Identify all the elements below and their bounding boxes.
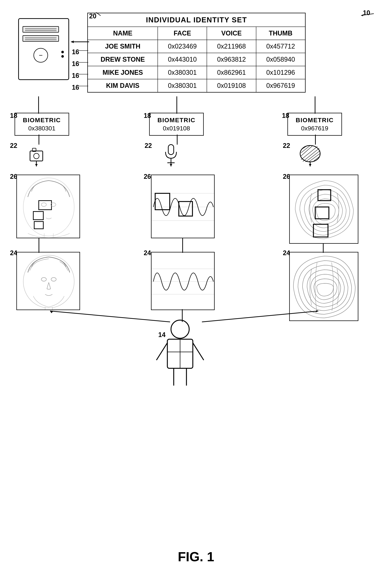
diagram: 10 12 − 20 bbox=[0, 0, 392, 586]
row1-face: 0x023469 bbox=[158, 40, 207, 53]
row3-thumb: 0x101296 bbox=[256, 66, 306, 79]
person-figure-svg bbox=[149, 318, 211, 395]
table-row: KIM DAVIS 0x380301 0x019108 0x967619 bbox=[88, 79, 306, 92]
col-header-name: NAME bbox=[88, 27, 158, 40]
arrow-face-feature-to-raw bbox=[38, 238, 39, 254]
svg-rect-16 bbox=[30, 151, 43, 161]
arrow-person-to-thumb bbox=[200, 309, 320, 324]
row4-name: KIM DAVIS bbox=[88, 79, 158, 92]
figure-label: FIG. 1 bbox=[0, 549, 392, 564]
arrow-face-bio-to-sensor bbox=[38, 135, 39, 145]
col-header-voice: VOICE bbox=[207, 27, 256, 40]
ref-10-arrow bbox=[359, 10, 378, 17]
face-raw-box bbox=[16, 252, 80, 310]
drive-1 bbox=[22, 26, 59, 32]
thumbprint-sensor-icon bbox=[298, 144, 322, 167]
voice-raw-box bbox=[151, 252, 215, 310]
ref-26-voice: 26 bbox=[144, 173, 151, 180]
col-header-thumb: THUMB bbox=[256, 27, 306, 40]
ref-18-2: 18 bbox=[144, 112, 151, 119]
biometric-thumb-title: BIOMETRIC bbox=[291, 117, 338, 124]
table-row: MIKE JONES 0x380301 0x862961 0x101296 bbox=[88, 66, 306, 79]
table-row: DREW STONE 0x443010 0x963812 0x058940 bbox=[88, 53, 306, 66]
row1-name: JOE SMITH bbox=[88, 40, 158, 53]
svg-point-49 bbox=[41, 203, 46, 206]
svg-line-81 bbox=[50, 311, 170, 322]
biometric-face-value: 0x380301 bbox=[18, 125, 65, 132]
row2-voice: 0x963812 bbox=[207, 53, 256, 66]
col-header-face: FACE bbox=[158, 27, 207, 40]
svg-marker-4 bbox=[71, 40, 74, 43]
thumb-feature-box bbox=[289, 175, 358, 244]
row2-name: DREW STONE bbox=[88, 53, 158, 66]
arrow-voice-bio-to-sensor bbox=[177, 135, 178, 145]
microphone-sensor-icon bbox=[164, 144, 178, 167]
svg-rect-54 bbox=[155, 193, 170, 210]
computer-dots bbox=[61, 51, 64, 58]
svg-marker-25 bbox=[170, 164, 172, 166]
arrow-table-to-voice-bio bbox=[176, 96, 177, 115]
biometric-voice-title: BIOMETRIC bbox=[153, 117, 200, 124]
ref-24-voice: 24 bbox=[144, 249, 151, 257]
ref-18-3: 18 bbox=[282, 112, 289, 119]
ref-22-voice: 22 bbox=[144, 142, 152, 149]
row3-name: MIKE JONES bbox=[88, 66, 158, 79]
biometric-face-box: BIOMETRIC 0x380301 bbox=[14, 113, 69, 136]
table-row: JOE SMITH 0x023469 0x211968 0x457712 bbox=[88, 40, 306, 53]
svg-line-79 bbox=[193, 343, 204, 360]
svg-point-73 bbox=[171, 320, 189, 338]
biometric-voice-box: BIOMETRIC 0x019108 bbox=[149, 113, 204, 136]
voice-feature-box bbox=[151, 175, 215, 238]
row2-thumb: 0x058940 bbox=[256, 53, 306, 66]
row-lines bbox=[78, 47, 89, 98]
svg-marker-82 bbox=[50, 311, 53, 313]
identity-table: INDIVIDUAL IDENTITY SET NAME FACE VOICE … bbox=[87, 13, 306, 92]
thumb-feature-svg bbox=[290, 175, 358, 244]
row3-voice: 0x862961 bbox=[207, 66, 256, 79]
svg-point-59 bbox=[23, 255, 74, 308]
biometric-face-title: BIOMETRIC bbox=[18, 117, 65, 124]
arrow-thumb-feature-to-raw bbox=[323, 244, 324, 254]
ref-22-thumb: 22 bbox=[283, 142, 290, 149]
identity-table-container: INDIVIDUAL IDENTITY SET NAME FACE VOICE … bbox=[87, 13, 306, 92]
voice-raw-svg bbox=[152, 252, 215, 310]
biometric-voice-value: 0x019108 bbox=[153, 125, 200, 132]
ref-18-1: 18 bbox=[10, 112, 17, 119]
face-raw-svg bbox=[17, 252, 80, 310]
row2-face: 0x443010 bbox=[158, 53, 207, 66]
arrow-thumb-bio-to-sensor bbox=[315, 135, 316, 145]
ref-22-face: 22 bbox=[10, 142, 17, 149]
arrow-table-to-face-bio bbox=[38, 96, 39, 115]
svg-rect-55 bbox=[179, 201, 192, 216]
voice-feature-svg bbox=[152, 175, 215, 238]
row4-face: 0x380301 bbox=[158, 79, 207, 92]
row1-thumb: 0x457712 bbox=[256, 40, 306, 53]
svg-rect-57 bbox=[315, 207, 329, 219]
svg-line-78 bbox=[156, 343, 167, 360]
svg-point-60 bbox=[41, 278, 46, 281]
svg-line-27 bbox=[302, 145, 308, 149]
row4-voice: 0x019108 bbox=[207, 79, 256, 92]
svg-point-18 bbox=[34, 153, 39, 159]
svg-rect-46 bbox=[39, 201, 52, 210]
table-title: INDIVIDUAL IDENTITY SET bbox=[88, 13, 306, 27]
camera-sensor-icon bbox=[27, 144, 46, 167]
biometric-thumb-box: BIOMETRIC 0x967619 bbox=[288, 113, 342, 136]
row3-face: 0x380301 bbox=[158, 66, 207, 79]
svg-marker-36 bbox=[309, 164, 312, 166]
computer-box: − bbox=[18, 18, 69, 80]
svg-line-85 bbox=[202, 311, 318, 322]
arrow-voice-feature-to-raw bbox=[182, 238, 183, 254]
row4-thumb: 0x967619 bbox=[256, 79, 306, 92]
svg-point-43 bbox=[23, 178, 74, 236]
svg-line-32 bbox=[306, 151, 320, 162]
face-feature-svg bbox=[17, 175, 80, 238]
row1-voice: 0x211968 bbox=[207, 40, 256, 53]
arrow-table-to-thumb-bio bbox=[315, 96, 316, 115]
arrow-person-to-voice bbox=[182, 308, 183, 323]
face-feature-box bbox=[16, 175, 80, 238]
computer-disc: − bbox=[34, 48, 48, 62]
drive-2 bbox=[22, 35, 59, 42]
svg-marker-20 bbox=[35, 164, 38, 166]
svg-rect-48 bbox=[34, 221, 43, 229]
